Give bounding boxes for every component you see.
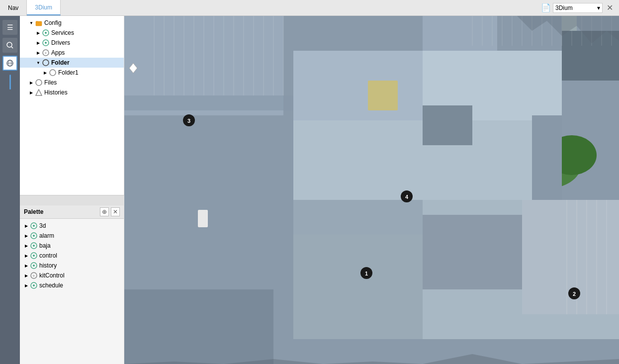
- tree-item-services[interactable]: ▶ Services: [20, 28, 124, 38]
- svg-rect-48: [532, 115, 562, 200]
- tree-item-apps[interactable]: ▶ + Apps: [20, 48, 124, 58]
- apps-icon: +: [42, 49, 50, 57]
- palette-icon-kitcontrol: +: [30, 272, 38, 279]
- palette-arrow-kitcontrol: ▶: [23, 272, 30, 279]
- menu-button[interactable]: ☰: [2, 20, 17, 35]
- tree-item-config[interactable]: ▼ Config: [20, 18, 124, 28]
- palette-label-alarm: alarm: [39, 232, 54, 239]
- nav-tree: ▼ Config ▶: [20, 16, 124, 195]
- palette-title: Palette: [24, 208, 43, 215]
- svg-point-21: [33, 245, 35, 247]
- svg-point-17: [33, 225, 35, 227]
- svg-text:+: +: [32, 273, 35, 278]
- tree-label-config: Config: [44, 19, 62, 26]
- workspace-dropdown[interactable]: 3Dium ▾: [553, 3, 603, 13]
- tree-label-histories: Histories: [44, 89, 68, 96]
- palette-item-3d[interactable]: ▶ 3d: [20, 221, 124, 231]
- tree-label-files: Files: [44, 79, 57, 86]
- svg-text:2: 2: [573, 291, 576, 297]
- svg-point-23: [33, 255, 35, 257]
- palette-arrow-history: ▶: [23, 262, 30, 269]
- expand-arrow-folder: ▼: [35, 59, 42, 66]
- svg-point-14: [36, 80, 42, 86]
- drivers-icon: [42, 39, 50, 47]
- search-button[interactable]: [2, 38, 17, 53]
- palette-icon-alarm: [30, 232, 38, 240]
- tree-label-apps: Apps: [51, 49, 65, 56]
- palette-add-button[interactable]: ⊕: [100, 207, 109, 216]
- tree-label-folder1: Folder1: [58, 69, 79, 76]
- nav-scrollbar[interactable]: [20, 195, 124, 205]
- svg-rect-5: [36, 21, 42, 26]
- top-bar: Nav 3Dium 📄 3Dium ▾ ✕: [0, 0, 619, 16]
- svg-rect-47: [423, 105, 472, 145]
- close-button[interactable]: ✕: [605, 2, 615, 13]
- svg-rect-34: [124, 289, 273, 364]
- tree-item-drivers[interactable]: ▶ Drivers: [20, 38, 124, 48]
- svg-marker-15: [36, 90, 42, 95]
- tree-label-services: Services: [51, 29, 74, 36]
- svg-rect-86: [124, 95, 293, 110]
- svg-point-13: [50, 70, 56, 76]
- palette-item-history[interactable]: ▶ history: [20, 261, 124, 271]
- palette-close-button[interactable]: ✕: [111, 207, 120, 216]
- palette-arrow-alarm: ▶: [23, 232, 30, 239]
- tree-item-files[interactable]: ▶ Files: [20, 78, 124, 88]
- palette-item-kitcontrol[interactable]: ▶ + kitControl: [20, 271, 124, 280]
- palette-item-alarm[interactable]: ▶ alarm: [20, 231, 124, 241]
- palette-icon-schedule: [30, 281, 38, 289]
- palette-label-control: control: [39, 252, 57, 259]
- tree-item-folder[interactable]: ▼ Folder: [20, 58, 124, 68]
- tree-item-folder1[interactable]: ▶ Folder1: [20, 68, 124, 78]
- palette-label-3d: 3d: [39, 222, 46, 229]
- svg-point-25: [33, 265, 35, 267]
- svg-point-9: [45, 42, 47, 44]
- palette-header: Palette ⊕ ✕: [20, 205, 124, 219]
- nav-panel: ▼ Config ▶: [20, 16, 124, 195]
- svg-point-12: [43, 60, 49, 66]
- svg-rect-54: [293, 200, 423, 235]
- expand-arrow-services: ▶: [35, 29, 42, 36]
- expand-arrow-drivers: ▶: [35, 39, 42, 46]
- svg-rect-88: [368, 81, 398, 110]
- palette-panel: Palette ⊕ ✕ ▶: [20, 205, 124, 364]
- svg-point-7: [45, 32, 47, 34]
- globe-button[interactable]: [2, 56, 17, 71]
- palette-arrow-3d: ▶: [23, 222, 30, 229]
- expand-arrow-folder1: ▶: [42, 69, 49, 76]
- svg-point-0: [7, 42, 12, 47]
- folder-node-icon: [42, 59, 50, 67]
- main-layout: ☰ ▼: [0, 16, 619, 364]
- palette-icon-control: [30, 252, 38, 260]
- tree-label-folder: Folder: [51, 59, 70, 66]
- svg-rect-44: [293, 51, 423, 120]
- palette-item-schedule[interactable]: ▶ schedule: [20, 280, 124, 290]
- expand-arrow-files: ▶: [28, 79, 35, 86]
- palette-icon-3d: [30, 222, 38, 230]
- palette-item-baja[interactable]: ▶ baja: [20, 241, 124, 251]
- map-area[interactable]: 3 4 1 2: [124, 16, 619, 364]
- tree-label-drivers: Drivers: [51, 39, 70, 46]
- palette-arrow-baja: ▶: [23, 242, 30, 249]
- nav-tab[interactable]: Nav: [0, 0, 27, 15]
- palette-item-control[interactable]: ▶ control: [20, 251, 124, 261]
- tree-item-histories[interactable]: ▶ Histories: [20, 88, 124, 97]
- active-indicator: [9, 75, 11, 90]
- svg-point-29: [33, 284, 35, 286]
- svg-line-1: [11, 47, 13, 48]
- svg-rect-89: [198, 210, 208, 227]
- chevron-down-icon: ▾: [597, 4, 600, 11]
- palette-tree: ▶ 3d ▶: [20, 219, 124, 292]
- palette-icon-history: [30, 262, 38, 270]
- expand-arrow-histories: ▶: [28, 89, 35, 96]
- aerial-map: 3 4 1 2: [124, 16, 619, 364]
- main-tab[interactable]: 3Dium: [27, 0, 61, 15]
- palette-label-kitcontrol: kitControl: [39, 272, 65, 279]
- svg-rect-53: [423, 215, 522, 289]
- svg-rect-50: [293, 235, 423, 339]
- palette-icon-baja: [30, 242, 38, 250]
- palette-arrow-control: ▶: [23, 252, 30, 259]
- svg-point-19: [33, 235, 35, 237]
- folder1-icon: [49, 69, 57, 77]
- svg-text:+: +: [44, 51, 47, 56]
